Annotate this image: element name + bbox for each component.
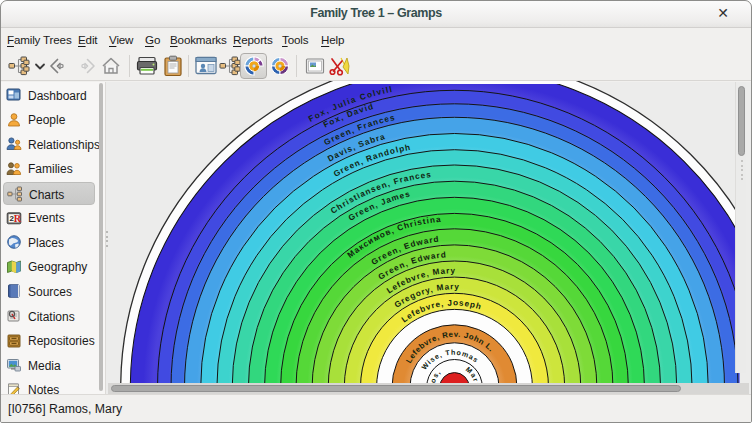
svg-text:R: R — [14, 213, 22, 224]
